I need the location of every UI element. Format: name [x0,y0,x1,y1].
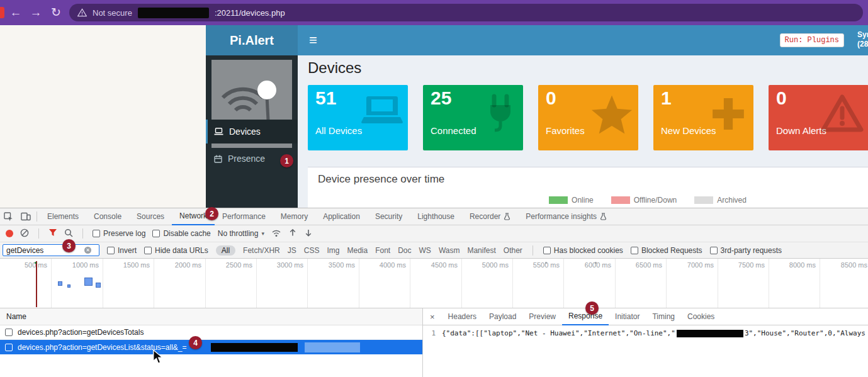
search-icon[interactable] [64,228,73,239]
experiment-flask-icon [504,213,510,220]
filter-type-wasm[interactable]: Wasm [439,246,460,255]
request-activity-mark [84,278,93,286]
row-checkbox[interactable] [5,344,13,351]
devtools-panel: Elements Console Sources Network Perform… [0,208,868,377]
detail-tab-preview[interactable]: Preview [522,308,562,325]
hide-data-urls-checkbox[interactable]: Hide data URLs [144,246,208,255]
app-logo[interactable]: Pi.Alert [206,25,298,55]
request-row[interactable]: devices.php?action=getDevicesTotals [0,325,422,340]
filter-type-media[interactable]: Media [347,246,368,255]
invert-checkbox[interactable]: Invert [107,246,137,255]
detail-tab-timing[interactable]: Timing [646,308,681,325]
tab-sources[interactable]: Sources [129,208,172,225]
hamburger-menu-icon[interactable]: ≡ [309,32,317,48]
step-badge-1: 1 [280,154,293,167]
preserve-log-checkbox[interactable]: Preserve log [93,229,145,238]
step-badge-5: 5 [585,301,599,315]
redacted-value [677,330,743,337]
app-navbar: ≡ Run: Plugins Sym (28, [298,25,868,55]
request-row-selected[interactable]: devices.php?action=getDevicesList&status… [0,340,422,354]
presence-legend: Online Offline/Down Archived [427,196,868,205]
filter-type-all[interactable]: All [216,245,235,256]
tab-security[interactable]: Security [368,208,410,225]
tab-console[interactable]: Console [86,208,129,225]
tab-lighthouse[interactable]: Lighthouse [410,208,462,225]
back-icon[interactable]: ← [6,0,25,25]
device-toolbar-icon[interactable] [17,208,34,225]
run-plugins-button[interactable]: Run: Plugins [780,33,844,47]
request-activity-mark [67,284,70,288]
tab-performance[interactable]: Performance [215,208,273,225]
filter-type-css[interactable]: CSS [304,246,320,255]
card-connected[interactable]: 25 Connected [423,85,523,150]
export-har-icon[interactable] [304,228,313,239]
plus-icon [708,94,748,137]
sidebar-item-label: Devices [229,127,261,137]
filter-type-fetch-xhr[interactable]: Fetch/XHR [243,246,280,255]
detail-tab-initiator[interactable]: Initiator [609,308,646,325]
legend-swatch [694,196,713,204]
import-har-icon[interactable] [288,228,297,239]
filter-type-font[interactable]: Font [375,246,390,255]
name-column-header[interactable]: Name [0,308,422,325]
gridline [51,259,52,308]
filter-type-js[interactable]: JS [288,246,296,255]
close-icon[interactable]: × [423,312,442,322]
card-value: 25 [431,87,451,109]
record-button[interactable] [6,230,13,237]
time-label: 4000 ms [362,261,406,269]
has-blocked-cookies-checkbox[interactable]: Has blocked cookies [543,246,623,255]
row-checkbox[interactable] [5,329,13,336]
card-new-devices[interactable]: 1 New Devices [653,85,753,150]
filter-icon[interactable] [48,228,57,239]
card-label: Down Alerts [776,125,826,136]
detail-tab-headers[interactable]: Headers [442,308,483,325]
filter-type-manifest[interactable]: Manifest [467,246,495,255]
time-label: 500 ms [3,261,47,269]
clear-button[interactable] [20,228,29,239]
not-secure-warning-icon [77,8,87,17]
card-down-alerts[interactable]: 0 Down Alerts [769,85,868,150]
calendar-icon [214,155,222,163]
throttling-select[interactable]: No throttling ▾ [218,229,264,238]
card-favorites[interactable]: 0 Favorites [538,85,638,150]
experiment-flask-icon [600,213,607,220]
gridline [154,259,154,308]
address-bar[interactable]: Not secure :20211/devices.php [69,4,863,21]
reload-icon[interactable]: ↻ [47,0,65,25]
filter-type-ws[interactable]: WS [419,246,431,255]
response-detail-panel: × Headers Payload Preview Response Initi… [423,308,868,377]
tab-elements[interactable]: Elements [40,208,86,225]
checkbox-label: Has blocked cookies [554,246,623,255]
line-number: 1 [423,329,442,337]
network-overview-timeline[interactable]: 500 ms 1000 ms 1500 ms 2000 ms 2500 ms 3… [0,259,868,308]
detail-tab-cookies[interactable]: Cookies [681,308,721,325]
time-label: 2500 ms [208,261,252,269]
time-label: 1000 ms [55,261,99,269]
filter-type-doc[interactable]: Doc [398,246,411,255]
filter-type-img[interactable]: Img [327,246,339,255]
clear-filter-icon[interactable]: ✕ [84,247,91,254]
card-all-devices[interactable]: 51 All Devices [308,85,408,150]
blocked-requests-checkbox[interactable]: Blocked Requests [631,246,702,255]
laptop-icon [361,94,403,130]
mouse-cursor [152,349,164,368]
sidebar-item-devices[interactable]: Devices [206,120,298,143]
disable-cache-checkbox[interactable]: Disable cache [152,229,210,238]
tab-performance-insights[interactable]: Performance insights [518,208,614,225]
filter-type-other[interactable]: Other [504,246,522,255]
network-conditions-icon[interactable] [271,228,281,239]
step-badge-3: 3 [62,239,76,252]
time-label: 8500 ms [823,261,867,269]
forward-icon[interactable]: → [26,0,45,25]
detail-tab-payload[interactable]: Payload [483,308,522,325]
third-party-requests-checkbox[interactable]: 3rd-party requests [710,246,782,255]
tab-memory[interactable]: Memory [273,208,315,225]
time-label: 6500 ms [618,261,662,269]
tab-application[interactable]: Application [315,208,368,225]
tab-recorder[interactable]: Recorder [462,208,518,225]
card-value: 0 [776,87,787,109]
activity-dot [545,262,547,264]
filter-input[interactable]: ✕ [3,244,99,256]
inspect-element-icon[interactable] [0,208,17,225]
